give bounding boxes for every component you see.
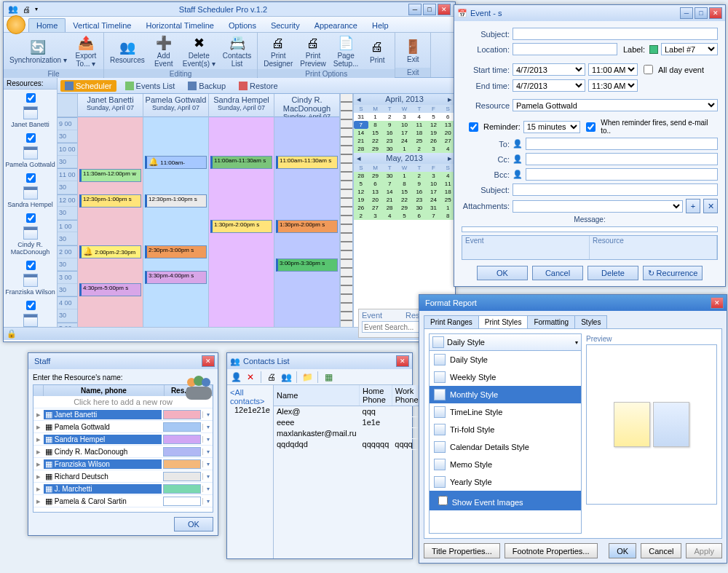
calendar-day[interactable]: 7 — [354, 121, 368, 129]
resource-checkbox[interactable] — [26, 301, 36, 310]
calendar-day[interactable]: 18 — [412, 129, 427, 137]
all-contacts-link[interactable]: <All contacts> — [230, 388, 270, 406]
calendar-day[interactable]: 23 — [412, 196, 427, 204]
viewtab-backup[interactable]: Backup — [183, 80, 230, 92]
add-contact-icon[interactable]: 👤 — [230, 371, 242, 383]
calendar-day[interactable]: 8 — [368, 121, 383, 129]
calendar-day[interactable]: 3 — [368, 212, 383, 220]
dropdown-icon[interactable]: ▾ — [202, 448, 213, 455]
calendar-day[interactable]: 16 — [382, 129, 397, 137]
folder-icon[interactable]: 📁 — [301, 371, 313, 383]
calendar-day[interactable]: 31 — [354, 113, 368, 121]
tab-print-styles[interactable]: Print Styles — [478, 315, 529, 328]
calendar-day[interactable]: 6 — [368, 180, 383, 188]
cc-input[interactable] — [526, 153, 718, 165]
calendar-day[interactable]: 15 — [368, 129, 383, 137]
qat-dropdown-icon[interactable]: ▾ — [35, 6, 38, 12]
calendar-day[interactable]: 16 — [412, 188, 427, 196]
scheduler-event[interactable]: 🔔 11:00am-11:30am — [145, 156, 207, 169]
calendar-day[interactable]: 30 — [382, 145, 397, 153]
month-header[interactable]: ◂May, 2013▸ — [354, 153, 455, 164]
contacts-icon[interactable]: 👤 — [513, 154, 523, 164]
ribbon-resources-button[interactable]: 👥Resources — [107, 37, 148, 66]
resource-checkbox[interactable] — [26, 213, 36, 223]
format-apply-button[interactable]: Apply — [686, 543, 722, 558]
staff-row[interactable]: ▸▦ J. Marchetti▾ — [33, 483, 213, 495]
resource-checkbox[interactable] — [26, 173, 36, 183]
maximize-button[interactable]: □ — [423, 4, 436, 15]
calendar-day[interactable]: 13 — [368, 188, 383, 196]
calendar-day[interactable]: 4 — [412, 113, 427, 121]
tab-help[interactable]: Help — [365, 19, 396, 32]
allday-checkbox[interactable] — [644, 65, 653, 74]
calendar-day[interactable]: 19 — [354, 196, 368, 204]
style-item[interactable]: Daily Style — [430, 351, 581, 368]
style-item[interactable]: Weekly Style — [430, 368, 581, 386]
reminder-email-checkbox[interactable] — [586, 122, 596, 132]
calendar-day[interactable]: 21 — [354, 137, 368, 145]
scheduler-event[interactable]: 11:30am-12:00pm w — [79, 169, 141, 182]
style-item[interactable]: Tri-fold Style — [430, 421, 581, 438]
ribbon-synchronization-button[interactable]: 🔄Synchronization ▾ — [7, 37, 70, 66]
calendar-day[interactable]: 12 — [427, 121, 441, 129]
minimize-button[interactable]: ─ — [408, 4, 422, 15]
dropdown-icon[interactable]: ▾ — [202, 424, 213, 430]
end-time-select[interactable]: 11:30 AM — [588, 79, 638, 92]
format-cancel-button[interactable]: Cancel — [641, 543, 681, 558]
viewtab-scheduler[interactable]: Scheduler — [60, 80, 116, 92]
calendar-day[interactable]: 22 — [368, 137, 383, 145]
calendar-day[interactable]: 15 — [397, 188, 412, 196]
calendar-day[interactable]: 5 — [397, 212, 412, 220]
contacts-list[interactable]: Name Home Phone Work Phone Alex@qqqeeee1… — [274, 385, 422, 558]
calendar-day[interactable]: 3 — [397, 113, 412, 121]
contacts-icon[interactable]: 👤 — [513, 170, 523, 179]
contact-row[interactable]: maxlankaster@mail.ru — [274, 428, 422, 439]
event-close[interactable]: ✕ — [709, 7, 722, 19]
dropdown-icon[interactable]: ▾ — [202, 436, 213, 443]
resource-select[interactable]: Pamela Gottwald — [513, 99, 718, 111]
calendar-day[interactable]: 31 — [427, 204, 441, 212]
ribbon-print-button[interactable]: 🖨PrintDesigner — [261, 33, 296, 69]
calendar-day[interactable]: 5 — [354, 180, 368, 188]
event-cancel-button[interactable]: Cancel — [532, 266, 583, 280]
tool-icon[interactable]: 🖨 — [266, 371, 277, 383]
calendar-day[interactable]: 23 — [382, 137, 397, 145]
attach-add-button[interactable]: + — [686, 199, 700, 213]
calendar-day[interactable]: 27 — [368, 204, 383, 212]
start-date-select[interactable]: 4/7/2013 — [513, 63, 585, 76]
dropdown-icon[interactable]: ▾ — [202, 498, 213, 505]
calendar-day[interactable]: 2 — [412, 145, 427, 153]
calendar-day[interactable]: 9 — [382, 121, 397, 129]
dropdown-icon[interactable]: ▾ — [202, 486, 213, 492]
calendar-day[interactable]: 10 — [427, 180, 441, 188]
resource-item[interactable]: Cindy R. MacDonough — [4, 210, 57, 257]
calendar-day[interactable]: 29 — [368, 172, 383, 180]
contacts-group[interactable]: 12e1e21e — [230, 406, 270, 414]
orb-button[interactable] — [7, 15, 25, 34]
reminder-checkbox[interactable] — [469, 122, 478, 132]
ribbon-page-button[interactable]: 📄PageSetup... — [331, 33, 361, 69]
contacts-close[interactable]: ✕ — [396, 355, 409, 367]
calendar-day[interactable]: 29 — [368, 145, 383, 153]
delete-contact-icon[interactable]: ✕ — [245, 371, 256, 383]
close-button[interactable]: ✕ — [438, 4, 451, 15]
contact-row[interactable]: Alex@qqq — [274, 406, 422, 417]
label-select[interactable]: Label #7 — [661, 43, 718, 55]
dropdown-icon[interactable]: ▾ — [202, 473, 213, 480]
calendar-day[interactable]: 12 — [354, 188, 368, 196]
staff-close[interactable]: ✕ — [202, 355, 215, 367]
ribbon-export-button[interactable]: 📤ExportTo... ▾ — [71, 33, 100, 69]
end-date-select[interactable]: 4/7/2013 — [513, 79, 585, 92]
scheduler-event[interactable]: 🔔 2:00pm-2:30pm — [79, 245, 141, 258]
calendar-day[interactable]: 17 — [427, 188, 441, 196]
scheduler-event[interactable]: 11:00am-11:30am s — [210, 156, 272, 169]
calendar-day[interactable]: 11 — [412, 121, 427, 129]
ribbon-contacts-button[interactable]: 📇ContactsList — [220, 33, 254, 69]
resource-checkbox[interactable] — [26, 261, 36, 270]
calendar-day[interactable]: 5 — [427, 113, 441, 121]
reminder-select[interactable]: 15 minutes — [523, 121, 580, 133]
calendar-day[interactable]: 30 — [382, 172, 397, 180]
tab-print-ranges[interactable]: Print Ranges — [424, 315, 479, 328]
excel-icon[interactable]: ▦ — [323, 371, 334, 383]
resource-checkbox[interactable] — [26, 133, 36, 143]
